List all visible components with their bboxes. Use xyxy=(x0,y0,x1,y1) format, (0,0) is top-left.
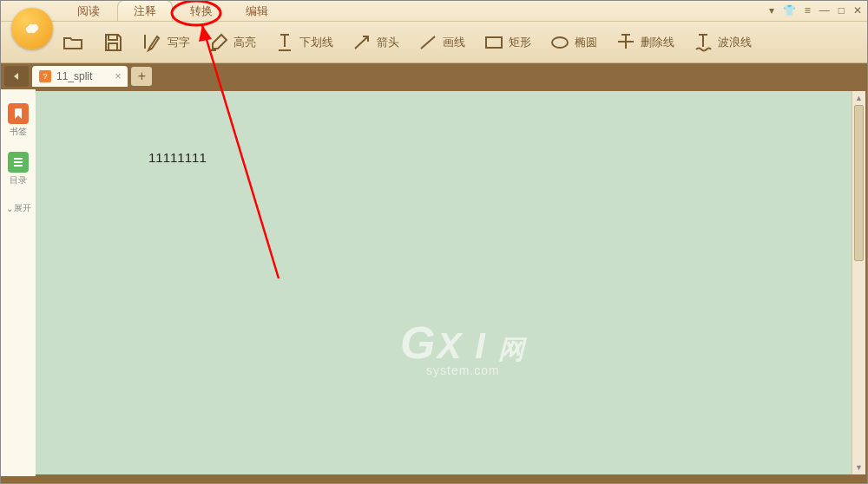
drawline-label: 画线 xyxy=(443,35,465,50)
save-icon xyxy=(102,31,124,54)
menu-tab-annotate[interactable]: 注释 xyxy=(117,0,173,21)
scroll-thumb[interactable] xyxy=(854,105,864,261)
rect-button[interactable]: 矩形 xyxy=(476,28,538,57)
strikethrough-button[interactable]: 删除线 xyxy=(608,28,681,57)
arrow-label: 箭头 xyxy=(377,35,399,50)
folder-icon xyxy=(62,31,84,54)
ellipse-button[interactable]: 椭圆 xyxy=(542,28,604,57)
arrow-icon xyxy=(351,31,373,54)
arrow-button[interactable]: 箭头 xyxy=(344,28,406,57)
menu-tab-read[interactable]: 阅读 xyxy=(62,1,115,21)
watermark-sub: system.com xyxy=(426,363,526,377)
vertical-scrollbar[interactable]: ▲ ▼ xyxy=(852,91,865,474)
bottom-bar xyxy=(1,476,867,484)
ellipse-icon xyxy=(549,31,571,54)
highlight-button[interactable]: 高亮 xyxy=(201,28,263,57)
pen-icon xyxy=(141,31,164,54)
doc-tab-name: 11_split xyxy=(56,70,92,82)
svg-rect-0 xyxy=(486,37,502,48)
toolbar: 写字 高亮 下划线 箭头 画线 矩形 椭圆 xyxy=(1,22,867,63)
window-controls: ▾ 👕 ≡ — □ ✕ xyxy=(769,4,862,16)
doc-type-icon: ? xyxy=(39,70,51,82)
ellipse-label: 椭圆 xyxy=(575,35,597,50)
app-logo[interactable] xyxy=(11,8,53,49)
tab-bar: ? 11_split × + xyxy=(1,63,867,89)
underline-label: 下划线 xyxy=(299,35,333,50)
toc-icon xyxy=(8,152,29,173)
menu-tab-edit[interactable]: 编辑 xyxy=(230,1,284,21)
sidebar-toc[interactable]: 目录 xyxy=(6,148,30,190)
expand-label: 展开 xyxy=(14,202,31,214)
underline-button[interactable]: 下划线 xyxy=(266,28,340,57)
close-window-icon[interactable]: ✕ xyxy=(853,4,862,16)
minimize-icon[interactable]: — xyxy=(819,4,830,16)
strikethrough-icon xyxy=(615,31,637,54)
watermark-main: GX I 网 xyxy=(400,317,526,369)
chevron-down-icon: ⌄ xyxy=(6,204,13,213)
scroll-up-icon[interactable]: ▲ xyxy=(852,91,865,105)
highlighter-icon xyxy=(207,31,230,54)
highlight-label: 高亮 xyxy=(233,35,256,50)
strikethrough-label: 删除线 xyxy=(641,35,674,50)
document-tab[interactable]: ? 11_split × xyxy=(32,66,128,87)
maximize-icon[interactable]: □ xyxy=(838,4,845,16)
document-viewport[interactable]: 11111111 GX I 网 system.com ▲ ▼ xyxy=(36,91,865,474)
write-button[interactable]: 写字 xyxy=(135,28,197,57)
save-button[interactable] xyxy=(95,28,131,57)
main-area: 书签 目录 ⌄ 展开 11111111 GX I 网 system.com ▲ … xyxy=(1,89,867,476)
expand-toggle[interactable]: ⌄ 展开 xyxy=(6,202,31,214)
skin-icon[interactable]: 👕 xyxy=(783,4,796,16)
scroll-down-icon[interactable]: ▼ xyxy=(852,461,865,474)
line-icon xyxy=(417,31,439,54)
rect-icon xyxy=(483,31,505,54)
wavyline-icon xyxy=(692,31,714,54)
bookmark-label: 书签 xyxy=(10,126,27,138)
menu-icon[interactable]: ≡ xyxy=(805,4,811,16)
open-button[interactable] xyxy=(55,28,91,57)
wavyline-label: 波浪线 xyxy=(718,35,752,50)
add-tab-button[interactable]: + xyxy=(131,67,152,86)
menu-tab-convert[interactable]: 转换 xyxy=(174,1,228,21)
bookmark-icon xyxy=(8,103,29,124)
watermark: GX I 网 system.com xyxy=(400,317,526,377)
toc-label: 目录 xyxy=(10,174,27,186)
close-tab-icon[interactable]: × xyxy=(115,70,121,82)
sidebar: 书签 目录 ⌄ 展开 xyxy=(1,89,36,476)
sidebar-bookmark[interactable]: 书签 xyxy=(6,100,30,141)
rect-label: 矩形 xyxy=(509,35,531,50)
dropdown-icon[interactable]: ▾ xyxy=(769,4,774,16)
document-text: 11111111 xyxy=(148,150,207,165)
write-label: 写字 xyxy=(168,35,190,50)
drawline-button[interactable]: 画线 xyxy=(410,28,472,57)
wavyline-button[interactable]: 波浪线 xyxy=(685,28,759,57)
back-button[interactable] xyxy=(4,66,29,87)
svg-point-1 xyxy=(552,37,568,48)
underline-icon xyxy=(273,31,296,54)
menu-bar: 阅读 注释 转换 编辑 ▾ 👕 ≡ — □ ✕ xyxy=(1,1,867,22)
